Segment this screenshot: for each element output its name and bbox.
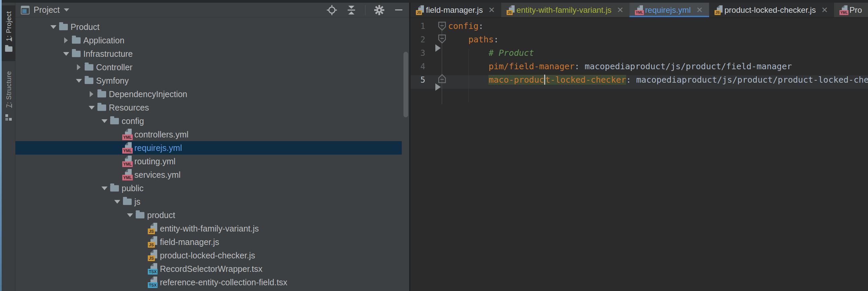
tsx-file-icon: TSX [148,277,158,288]
project-folder-icon [5,47,12,52]
tree-item-file[interactable]: YML routing.yml [16,154,409,168]
tool-button-structure[interactable]: 7: Structure [2,63,16,124]
tree-item-file-selected[interactable]: YML requirejs.yml [16,141,402,154]
editor: JS field-manager.js ✕ JS entity-with-fam… [409,3,868,291]
expand-arrow-icon[interactable] [100,183,110,193]
tree-item-folder[interactable]: product [16,208,409,222]
yml-file-icon: YML [122,142,132,153]
expand-arrow-icon[interactable] [126,210,135,220]
yml-file-icon: YML [839,5,848,15]
yml-file-icon: YML [122,169,132,180]
tree-item-folder[interactable]: Product [16,20,409,34]
tree-item-file[interactable]: JS product-locked-checker.js [16,249,409,262]
folder-icon [97,91,106,97]
tree-item-file[interactable]: YML services.yml [16,168,409,181]
hide-panel-icon[interactable] [393,4,404,16]
folder-icon [85,78,93,84]
project-panel: Project Product A [16,3,409,291]
tree-item-file[interactable]: TSX reference-entity-collection-field.ts… [16,275,409,289]
editor-tab-bar: JS field-manager.js ✕ JS entity-with-fam… [410,3,868,18]
structure-icon [5,114,12,120]
code-line-1: config: [410,20,868,33]
tree-item-file[interactable]: JS field-manager.js [16,235,409,249]
folder-icon [136,212,145,219]
js-file-icon: JS [148,236,158,248]
code-area[interactable]: 1 2 3 4 5 config: paths: # Produc [410,18,868,291]
collapse-arrow-icon[interactable] [62,36,71,45]
tree-scrollbar-thumb[interactable] [403,52,408,117]
tab-product-locked-checker-js[interactable]: JS product-locked-checker.js ✕ [709,3,834,18]
expand-arrow-icon[interactable] [113,197,122,206]
project-view-icon [21,6,30,14]
folder-icon [72,37,81,44]
expand-arrow-icon[interactable] [49,22,58,32]
project-tree: Product Application Infrastructure Contr… [16,18,409,291]
tree-item-file[interactable]: YML controllers.yml [16,128,409,141]
tree-item-folder[interactable]: Controller [16,60,409,74]
tree-item-folder[interactable]: DependencyInjection [16,87,409,101]
collapse-all-icon[interactable] [346,4,357,16]
tool-window-stripe: 1: Project 7: Structure [0,3,16,291]
yml-file-icon: YML [122,129,132,140]
close-icon[interactable]: ✕ [488,6,495,14]
expand-arrow-icon[interactable] [74,76,84,85]
code-line-5: maco-product-locked-checker: macopediapr… [410,73,868,87]
settings-gear-icon[interactable] [374,4,385,16]
tab-entity-with-family-variant-js[interactable]: JS entity-with-family-variant.js ✕ [501,3,630,18]
close-icon[interactable]: ✕ [821,6,828,14]
collapse-arrow-icon[interactable] [74,62,84,72]
folder-icon [110,185,119,192]
folder-icon [123,199,132,205]
folder-icon [59,24,68,30]
tree-item-folder[interactable]: Resources [16,101,409,114]
tree-item-folder[interactable]: js [16,195,409,208]
tree-item-folder[interactable]: Application [16,34,409,47]
tree-item-file[interactable]: JS entity-with-family-variant.js [16,222,409,235]
tsx-file-icon: TSX [148,263,158,274]
toolbar-separator [365,5,366,15]
code-line-3: # Product [410,47,868,60]
tab-requirejs-yml[interactable]: YML requirejs.yml ✕ [629,3,709,18]
folder-icon [97,105,106,111]
tool-button-project-label: 1: Project [5,11,12,41]
collapse-arrow-icon[interactable] [87,89,97,99]
yml-file-icon: YML [635,5,644,15]
js-file-icon: JS [148,223,158,234]
tree-item-folder[interactable]: Infrastructure [16,47,409,60]
js-file-icon: JS [148,250,158,261]
tool-button-structure-label: 7: Structure [5,71,12,108]
js-file-icon: JS [506,5,515,15]
close-icon[interactable]: ✕ [696,6,703,14]
project-panel-header: Project [16,3,409,18]
tree-item-folder[interactable]: public [16,181,409,195]
yml-file-icon: YML [122,155,132,167]
tree-item-file[interactable]: TSX RecordSelectorWrapper.tsx [16,262,409,275]
window-top-edge [0,0,868,3]
code-text: config: paths: # Product pim/field-manag… [410,20,868,87]
tab-field-manager-js[interactable]: JS field-manager.js ✕ [410,3,501,18]
expand-arrow-icon[interactable] [87,103,97,112]
folder-icon [85,64,93,70]
code-line-2: paths: [410,33,868,47]
tree-item-folder[interactable]: config [16,114,409,128]
expand-arrow-icon[interactable] [62,49,71,58]
tab-clipped[interactable]: YML Pro [834,3,868,18]
tree-item-folder[interactable]: Symfony [16,74,409,87]
locate-icon[interactable] [326,4,338,16]
expand-arrow-icon[interactable] [100,116,110,126]
identifier-highlight: maco-product-locked-checker [488,75,626,85]
panel-title: Project [34,5,60,15]
folder-icon [110,118,119,124]
folder-icon [72,51,81,57]
chevron-down-icon[interactable] [64,8,69,11]
tool-button-project[interactable]: 1: Project [2,5,16,61]
code-line-4: pim/field-manager: macopediaproduct/js/p… [410,60,868,73]
js-file-icon: JS [416,5,425,15]
js-file-icon: JS [714,5,723,15]
close-icon[interactable]: ✕ [617,6,623,14]
